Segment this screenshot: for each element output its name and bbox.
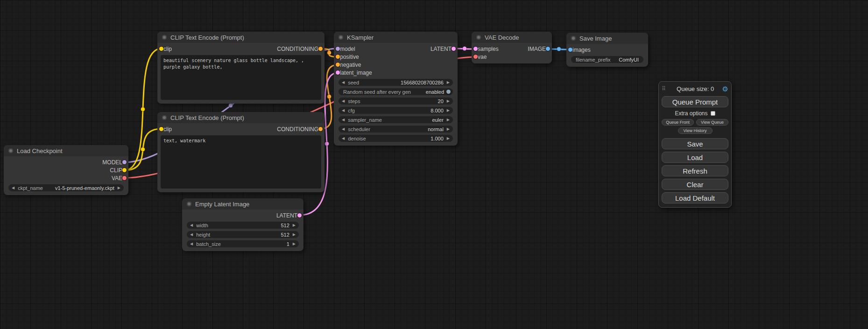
node-collapse-dot[interactable] bbox=[162, 35, 167, 40]
increment-arrow-icon[interactable]: ▶ bbox=[446, 99, 451, 103]
ksampler-node[interactable]: KSampler model LATENT positive negative … bbox=[334, 32, 458, 146]
model-input-port[interactable] bbox=[336, 47, 340, 51]
widget-name: cfg bbox=[348, 108, 428, 113]
latent-output-port[interactable] bbox=[297, 213, 302, 217]
clear-button[interactable]: Clear bbox=[662, 179, 728, 190]
node-collapse-dot[interactable] bbox=[187, 202, 191, 206]
refresh-button[interactable]: Refresh bbox=[662, 165, 728, 176]
negative-prompt-textarea[interactable]: text, watermark bbox=[161, 135, 321, 189]
clip-text-encode-negative-node[interactable]: CLIP Text Encode (Prompt) clip CONDITION… bbox=[157, 112, 325, 192]
increment-arrow-icon[interactable]: ▶ bbox=[446, 118, 451, 122]
cfg-widget[interactable]: ◀ cfg 8.000 ▶ bbox=[339, 107, 453, 114]
denoise-widget[interactable]: ◀ denoise 1.000 ▶ bbox=[339, 135, 453, 142]
increment-arrow-icon[interactable]: ▶ bbox=[292, 242, 296, 246]
conditioning-output-port[interactable] bbox=[318, 127, 323, 131]
queue-front-button[interactable]: Queue Front bbox=[662, 119, 694, 126]
width-widget[interactable]: ◀ width 512 ▶ bbox=[187, 222, 299, 229]
batch-size-widget[interactable]: ◀ batch_size 1 ▶ bbox=[187, 240, 299, 247]
positive-prompt-textarea[interactable]: beautiful scenery nature glass bottle la… bbox=[161, 55, 321, 100]
empty-latent-image-node[interactable]: Empty Latent Image LATENT ◀ width 512 ▶ … bbox=[182, 198, 303, 251]
empty-latent-image-title-bar[interactable]: Empty Latent Image bbox=[182, 198, 303, 210]
steps-widget[interactable]: ◀ steps 20 ▶ bbox=[339, 98, 453, 105]
height-widget[interactable]: ◀ height 512 ▶ bbox=[187, 231, 299, 238]
conditioning-output-port[interactable] bbox=[318, 47, 323, 51]
latent-image-input-row: latent_image bbox=[334, 69, 458, 77]
queue-panel-header: ⠿ Queue size: 0 ⚙ bbox=[662, 84, 728, 94]
load-checkpoint-node[interactable]: Load Checkpoint MODEL CLIP VAE ◀ ckpt_na… bbox=[4, 145, 128, 195]
decrement-arrow-icon[interactable]: ◀ bbox=[341, 137, 346, 140]
decrement-arrow-icon[interactable]: ◀ bbox=[341, 109, 346, 112]
clip-input-port[interactable] bbox=[159, 47, 163, 51]
drag-handle-icon[interactable]: ⠿ bbox=[662, 85, 666, 92]
widget-name: seed bbox=[348, 80, 398, 85]
toggle-knob[interactable] bbox=[446, 90, 451, 94]
settings-gear-icon[interactable]: ⚙ bbox=[722, 85, 728, 92]
vae-decode-node[interactable]: VAE Decode samples IMAGE vae bbox=[472, 32, 552, 63]
node-title: CLIP Text Encode (Prompt) bbox=[170, 114, 244, 121]
clip-output-port[interactable] bbox=[122, 168, 127, 172]
clip-text-encode-positive-node[interactable]: CLIP Text Encode (Prompt) clip CONDITION… bbox=[157, 32, 325, 104]
view-history-button[interactable]: View History bbox=[678, 127, 713, 134]
scheduler-widget[interactable]: ◀ scheduler normal ▶ bbox=[339, 126, 453, 133]
node-collapse-dot[interactable] bbox=[339, 35, 343, 40]
sampler-name-widget[interactable]: ◀ sampler_name euler ▶ bbox=[339, 116, 453, 123]
node-title: Load Checkpoint bbox=[17, 147, 63, 154]
decrement-arrow-icon[interactable]: ◀ bbox=[189, 224, 194, 227]
vae-decode-title-bar[interactable]: VAE Decode bbox=[472, 32, 552, 43]
ckpt-name-widget[interactable]: ◀ ckpt_name v1-5-pruned-emaonly.ckpt ▶ bbox=[8, 184, 124, 191]
queue-panel: ⠿ Queue size: 0 ⚙ Queue Prompt Extra opt… bbox=[658, 81, 732, 208]
load-default-button[interactable]: Load Default bbox=[662, 192, 728, 203]
model-input-label: model bbox=[340, 46, 355, 52]
model-output-port[interactable] bbox=[122, 160, 127, 164]
save-image-title-bar[interactable]: Save Image bbox=[566, 33, 648, 44]
image-output-port[interactable] bbox=[546, 47, 550, 51]
decrement-arrow-icon[interactable]: ◀ bbox=[341, 81, 346, 84]
latent-output-port[interactable] bbox=[452, 47, 456, 51]
queue-prompt-button[interactable]: Queue Prompt bbox=[662, 96, 728, 107]
widget-value: enabled bbox=[426, 89, 444, 95]
negative-input-port[interactable] bbox=[336, 63, 340, 67]
increment-arrow-icon[interactable]: ▶ bbox=[446, 81, 451, 84]
widget-value: 156680208700286 bbox=[401, 80, 444, 85]
node-collapse-dot[interactable] bbox=[571, 36, 576, 41]
decrement-arrow-icon[interactable]: ◀ bbox=[189, 242, 194, 246]
increment-arrow-icon[interactable]: ▶ bbox=[292, 224, 296, 227]
decrement-arrow-icon[interactable]: ◀ bbox=[341, 118, 346, 122]
load-button[interactable]: Load bbox=[662, 152, 728, 163]
clip-text-encode-title-bar[interactable]: CLIP Text Encode (Prompt) bbox=[157, 32, 325, 43]
node-collapse-dot[interactable] bbox=[162, 115, 167, 120]
save-image-node[interactable]: Save Image images filename_prefix ComfyU… bbox=[566, 33, 648, 67]
samples-input-port[interactable] bbox=[473, 47, 478, 51]
seed-widget[interactable]: ◀ seed 156680208700286 ▶ bbox=[339, 79, 453, 86]
increment-arrow-icon[interactable]: ▶ bbox=[292, 233, 296, 237]
ksampler-title-bar[interactable]: KSampler bbox=[334, 32, 458, 43]
node-collapse-dot[interactable] bbox=[476, 35, 481, 40]
clip-input-port[interactable] bbox=[159, 127, 163, 131]
images-input-row: images bbox=[566, 46, 648, 54]
vae-input-port[interactable] bbox=[473, 55, 478, 59]
increment-arrow-icon[interactable]: ▶ bbox=[117, 186, 121, 190]
load-checkpoint-title-bar[interactable]: Load Checkpoint bbox=[4, 145, 128, 156]
latent-image-input-port[interactable] bbox=[336, 70, 340, 75]
images-input-label: images bbox=[572, 47, 591, 53]
filename-prefix-widget[interactable]: filename_prefix ComfyUI bbox=[571, 56, 643, 63]
increment-arrow-icon[interactable]: ▶ bbox=[446, 109, 451, 112]
decrement-arrow-icon[interactable]: ◀ bbox=[11, 186, 15, 190]
decrement-arrow-icon[interactable]: ◀ bbox=[341, 99, 346, 103]
latent-output-label: LATENT bbox=[430, 46, 452, 52]
vae-output-port[interactable] bbox=[122, 176, 127, 180]
widget-value: 8.000 bbox=[430, 108, 444, 113]
images-input-port[interactable] bbox=[568, 48, 572, 52]
positive-input-port[interactable] bbox=[336, 55, 340, 59]
decrement-arrow-icon[interactable]: ◀ bbox=[341, 127, 346, 131]
random-seed-toggle-widget[interactable]: Random seed after every gen enabled bbox=[339, 88, 453, 95]
node-collapse-dot[interactable] bbox=[8, 148, 13, 153]
negative-input-row: negative bbox=[334, 61, 458, 69]
increment-arrow-icon[interactable]: ▶ bbox=[446, 137, 451, 140]
increment-arrow-icon[interactable]: ▶ bbox=[446, 127, 451, 131]
save-button[interactable]: Save bbox=[662, 138, 728, 149]
clip-text-encode-title-bar[interactable]: CLIP Text Encode (Prompt) bbox=[157, 112, 325, 123]
view-queue-button[interactable]: View Queue bbox=[696, 119, 728, 126]
decrement-arrow-icon[interactable]: ◀ bbox=[189, 233, 194, 237]
extra-options-checkbox[interactable] bbox=[711, 111, 715, 116]
